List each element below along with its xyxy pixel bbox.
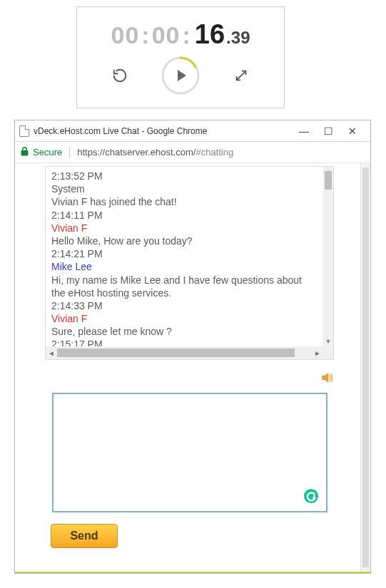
- expand-icon: [233, 68, 249, 83]
- url-fragment: #chatting: [195, 147, 233, 158]
- play-ring-icon: [161, 56, 200, 95]
- browser-window: vDeck.eHost.com Live Chat - Google Chrom…: [14, 120, 371, 574]
- url-scheme: https://: [77, 147, 105, 158]
- message-text: Sure, please let me know ?: [51, 325, 318, 338]
- stopwatch-time: 00 : 00 : 16 . 39: [111, 21, 250, 48]
- message-time: 2:15:17 PM: [51, 338, 318, 346]
- scroll-thumb[interactable]: [362, 167, 369, 567]
- svg-line-1: [237, 71, 246, 80]
- page-content: 2:13:52 PMSystemVivian F has joined the …: [15, 163, 370, 573]
- message-sender: Vivian F: [51, 222, 318, 234]
- horizontal-scrollbar[interactable]: ◄ ►: [46, 346, 323, 359]
- scroll-down-icon[interactable]: ▼: [323, 336, 333, 346]
- page-vertical-scrollbar[interactable]: [360, 163, 370, 572]
- url-display[interactable]: https://chatserver.ehost.com/#chatting: [77, 147, 233, 158]
- scroll-corner: [323, 346, 333, 359]
- stopwatch-centiseconds: 39: [231, 29, 250, 46]
- play-button[interactable]: [161, 56, 200, 95]
- stopwatch-minutes: 00: [152, 23, 181, 47]
- sound-icon[interactable]: [321, 371, 334, 384]
- colon: :: [141, 23, 149, 47]
- page-icon: [19, 125, 29, 137]
- chat-body: 2:13:52 PMSystemVivian F has joined the …: [46, 167, 323, 346]
- scroll-left-icon[interactable]: ◄: [46, 346, 57, 359]
- lock-icon: [21, 147, 29, 158]
- scroll-thumb[interactable]: [325, 171, 332, 190]
- window-titlebar: vDeck.eHost.com Live Chat - Google Chrom…: [15, 120, 370, 142]
- message-time: 2:14:21 PM: [51, 247, 318, 260]
- message-text: Vivian F has joined the chat!: [51, 195, 318, 208]
- close-button[interactable]: ✕: [340, 125, 365, 137]
- reset-icon: [112, 68, 128, 83]
- reset-button[interactable]: [110, 66, 130, 86]
- url-host: chatserver.ehost.com: [105, 147, 193, 158]
- colon: :: [183, 23, 191, 47]
- stopwatch-widget: 00 : 00 : 16 . 39: [76, 6, 285, 108]
- vertical-scrollbar[interactable]: ▲ ▼: [323, 167, 333, 346]
- maximize-button[interactable]: ☐: [316, 125, 340, 137]
- chat-transcript: 2:13:52 PMSystemVivian F has joined the …: [45, 166, 334, 360]
- message-sender: Vivian F: [51, 312, 318, 325]
- secure-label: Secure: [33, 147, 62, 158]
- send-button[interactable]: Send: [51, 524, 118, 548]
- minimize-button[interactable]: —: [292, 125, 316, 137]
- message-input[interactable]: [52, 393, 327, 512]
- expand-button[interactable]: [231, 66, 251, 86]
- dot: .: [226, 29, 231, 46]
- message-sender: System: [51, 182, 318, 195]
- message-text: Hello Mike, How are you today?: [51, 234, 318, 247]
- message-sender: Mike Lee: [51, 260, 318, 273]
- stopwatch-controls: [110, 56, 251, 95]
- scroll-right-icon[interactable]: ►: [312, 346, 323, 359]
- message-time: 2:14:11 PM: [51, 209, 318, 222]
- message-time: 2:13:52 PM: [51, 170, 318, 182]
- address-bar: Secure https://chatserver.ehost.com/#cha…: [15, 142, 370, 163]
- grammarly-icon[interactable]: [303, 488, 319, 504]
- message-text: Hi, my name is Mike Lee and I have few q…: [51, 274, 318, 299]
- separator: [69, 147, 70, 158]
- stopwatch-seconds: 16: [195, 21, 225, 48]
- scroll-thumb[interactable]: [57, 349, 295, 357]
- send-button-label: Send: [70, 530, 98, 542]
- message-time: 2:14:33 PM: [51, 299, 318, 312]
- window-title: vDeck.eHost.com Live Chat - Google Chrom…: [34, 126, 292, 136]
- stopwatch-hours: 00: [111, 23, 140, 47]
